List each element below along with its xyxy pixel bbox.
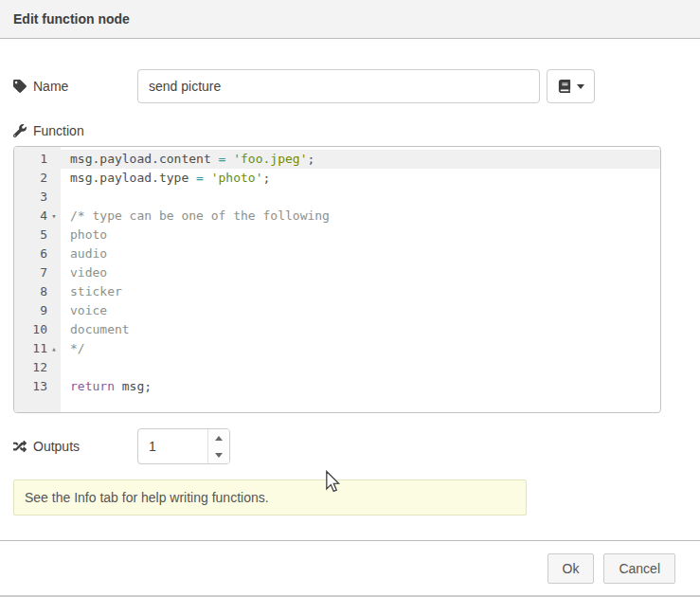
name-input[interactable] <box>137 69 540 103</box>
shuffle-icon <box>13 440 27 453</box>
outputs-row: Outputs <box>13 428 687 464</box>
line-number: 12 <box>14 358 61 377</box>
code-line[interactable]: 11▴*/ <box>14 339 660 358</box>
outputs-label-text: Outputs <box>33 439 80 454</box>
code-text: video <box>61 263 107 282</box>
caret-down-icon <box>215 453 223 458</box>
function-label-text: Function <box>33 123 84 138</box>
spinner-buttons <box>207 429 229 463</box>
wrench-icon <box>13 124 27 137</box>
form-tip: See the Info tab for help writing functi… <box>13 479 527 516</box>
name-label: Name <box>13 79 137 94</box>
code-line[interactable]: 8sticker <box>14 282 660 301</box>
code-line[interactable]: 6audio <box>14 244 660 263</box>
code-text: msg.payload.type = 'photo'; <box>61 169 270 188</box>
line-number: 1 <box>14 150 61 169</box>
spinner-down-button[interactable] <box>208 446 229 463</box>
code-line[interactable]: 10document <box>14 320 660 339</box>
code-line[interactable]: 7video <box>14 263 660 282</box>
line-number: 13 <box>14 377 61 396</box>
line-number: 2 <box>14 169 61 188</box>
dialog-header: Edit function node <box>0 0 700 39</box>
code-text: msg.payload.content = 'foo.jpeg'; <box>61 150 314 169</box>
code-text: voice <box>61 301 107 320</box>
code-line[interactable]: 9voice <box>14 301 660 320</box>
code-text <box>61 358 70 377</box>
code-line[interactable]: 2msg.payload.type = 'photo'; <box>14 169 660 188</box>
code-lines: 1msg.payload.content = 'foo.jpeg';2msg.p… <box>14 147 660 396</box>
caret-up-icon <box>215 436 223 441</box>
line-number: 11▴ <box>14 339 61 358</box>
tag-icon <box>13 80 27 93</box>
code-line[interactable]: 3 <box>14 188 660 207</box>
code-line[interactable]: 12 <box>14 358 660 377</box>
code-editor[interactable]: 1msg.payload.content = 'foo.jpeg';2msg.p… <box>13 146 661 413</box>
line-number: 4▾ <box>14 207 61 226</box>
line-number: 9 <box>14 301 61 320</box>
function-label: Function <box>13 123 137 138</box>
code-line[interactable]: 1msg.payload.content = 'foo.jpeg'; <box>14 150 660 169</box>
fold-end-icon[interactable]: ▴ <box>47 339 61 358</box>
line-number: 5 <box>14 226 61 244</box>
code-text <box>61 188 70 207</box>
line-number: 7 <box>14 263 61 282</box>
dialog-footer: Ok Cancel <box>0 540 700 595</box>
code-text: /* type can be one of the following <box>61 207 330 226</box>
spinner-up-button[interactable] <box>208 429 229 446</box>
caret-down-icon <box>577 84 584 89</box>
name-label-text: Name <box>33 79 68 94</box>
line-number: 10 <box>14 320 61 339</box>
name-row: Name <box>13 69 687 103</box>
ok-button[interactable]: Ok <box>547 553 595 584</box>
function-label-row: Function <box>13 123 687 138</box>
code-text: audio <box>61 244 107 263</box>
outputs-label: Outputs <box>13 439 137 454</box>
fold-start-icon[interactable]: ▾ <box>47 207 61 226</box>
dialog-body: Name Function 1msg.payload.content = 'fo… <box>0 69 700 516</box>
outputs-spinner <box>137 428 230 464</box>
code-text: document <box>61 320 130 339</box>
code-text: */ <box>61 339 85 358</box>
line-number: 8 <box>14 282 61 301</box>
library-button[interactable] <box>547 69 595 103</box>
code-text: sticker <box>61 282 122 301</box>
code-line[interactable]: 4▾/* type can be one of the following <box>14 207 660 226</box>
code-line[interactable]: 13return msg; <box>14 377 660 396</box>
cancel-button[interactable]: Cancel <box>603 553 675 584</box>
edit-function-node-dialog: Edit function node Name <box>0 0 700 597</box>
code-line[interactable]: 5photo <box>14 226 660 244</box>
code-text: return msg; <box>61 377 152 396</box>
line-number: 3 <box>14 188 61 207</box>
book-icon <box>558 80 571 93</box>
dialog-title: Edit function node <box>13 11 130 27</box>
code-text: photo <box>61 226 107 244</box>
line-number: 6 <box>14 244 61 263</box>
